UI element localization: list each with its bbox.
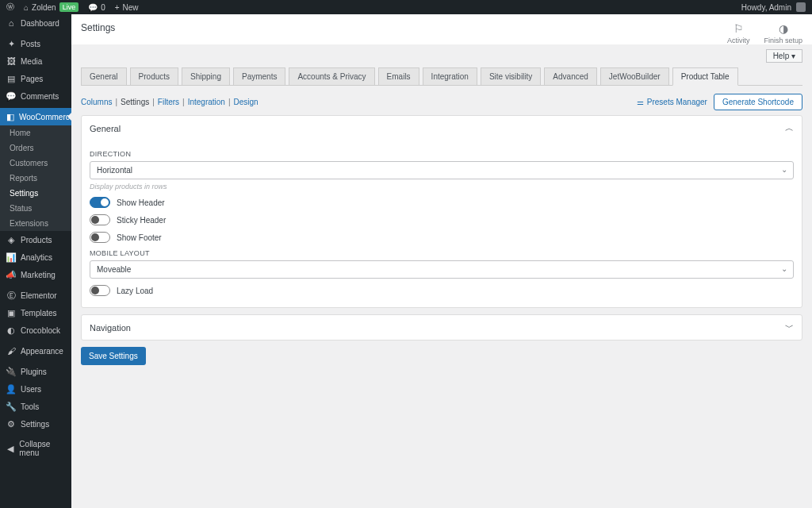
- menu-icon: ▤: [6, 74, 16, 83]
- sidebar-item-label: Collapse menu: [19, 440, 65, 457]
- sidebar-item-products[interactable]: ◈Products: [0, 231, 71, 248]
- mobile-layout-select[interactable]: Moveable: [90, 260, 794, 279]
- submenu-item-settings[interactable]: Settings: [0, 186, 71, 201]
- submenu-item-home[interactable]: Home: [0, 125, 71, 140]
- submenu-item-status[interactable]: Status: [0, 201, 71, 216]
- tab-product-table[interactable]: Product Table: [672, 67, 738, 86]
- navigation-panel-title: Navigation: [90, 323, 131, 333]
- tab-products[interactable]: Products: [130, 67, 178, 85]
- menu-icon: 📣: [6, 270, 16, 279]
- howdy-text: Howdy, Admin: [741, 3, 791, 12]
- sidebar-item-crocoblock[interactable]: ◐Crocoblock: [0, 321, 71, 339]
- wp-logo[interactable]: ⓦ: [6, 2, 14, 13]
- menu-icon: 📊: [6, 252, 16, 262]
- menu-icon: 🔧: [6, 402, 16, 411]
- chevron-down-icon: ﹀: [785, 321, 794, 333]
- activity-button[interactable]: ⚐ Activity: [727, 22, 750, 44]
- submenu-item-reports[interactable]: Reports: [0, 171, 71, 186]
- comments-link[interactable]: 💬 0: [88, 3, 105, 12]
- sidebar-item-settings[interactable]: ⚙Settings: [0, 415, 71, 433]
- sidebar-item-media[interactable]: 🖾Media: [0, 52, 71, 70]
- sidebar-item-label: Dashboard: [21, 19, 59, 28]
- general-panel: General ︿ DIRECTION Horizontal Display p…: [81, 115, 802, 308]
- sidebar-item-label: Comments: [21, 92, 59, 101]
- sliders-icon: ⚌: [637, 98, 644, 106]
- direction-hint: Display products in rows: [90, 183, 794, 190]
- submenu-item-customers[interactable]: Customers: [0, 156, 71, 171]
- navigation-panel: Navigation ﹀: [81, 314, 802, 341]
- sidebar-item-appearance[interactable]: 🖌Appearance: [0, 342, 71, 360]
- sidebar-item-label: Posts: [21, 40, 40, 48]
- menu-icon: ◧: [6, 112, 14, 121]
- general-panel-header[interactable]: General ︿: [82, 116, 802, 140]
- sidebar-item-label: Users: [21, 385, 41, 394]
- finish-setup-button[interactable]: ◑ Finish setup: [764, 22, 802, 44]
- tab-advanced[interactable]: Advanced: [544, 67, 596, 85]
- subtab-design[interactable]: Design: [234, 98, 259, 106]
- subtab-filters[interactable]: Filters: [158, 98, 179, 106]
- subtab-settings[interactable]: Settings: [121, 98, 149, 106]
- show-footer-label: Show Footer: [117, 233, 162, 242]
- show-header-toggle[interactable]: [90, 197, 110, 208]
- lazy-load-label: Lazy Load: [117, 287, 153, 295]
- sidebar-item-templates[interactable]: ▣Templates: [0, 304, 71, 321]
- menu-icon: ◐: [6, 325, 16, 335]
- page-title: Settings: [81, 22, 115, 41]
- live-badge: Live: [59, 2, 79, 12]
- sidebar-item-tools[interactable]: 🔧Tools: [0, 398, 71, 415]
- tab-payments[interactable]: Payments: [233, 67, 285, 85]
- admin-bar-user[interactable]: Howdy, Admin: [741, 2, 806, 12]
- sticky-header-toggle[interactable]: [90, 214, 110, 225]
- tab-jetwoobuilder[interactable]: JetWooBuilder: [600, 67, 669, 85]
- subtab-columns[interactable]: Columns: [81, 98, 112, 106]
- sidebar-item-label: Analytics: [21, 253, 52, 262]
- tab-shipping[interactable]: Shipping: [182, 67, 230, 85]
- sidebar-item-plugins[interactable]: 🔌Plugins: [0, 363, 71, 380]
- submenu-item-extensions[interactable]: Extensions: [0, 216, 71, 231]
- sidebar-item-posts[interactable]: ✦Posts: [0, 35, 71, 52]
- direction-label: DIRECTION: [90, 150, 794, 158]
- tab-integration[interactable]: Integration: [423, 67, 477, 85]
- site-name-link[interactable]: ⌂ Zolden Live: [24, 2, 79, 12]
- navigation-panel-header[interactable]: Navigation ﹀: [82, 315, 802, 340]
- sidebar-item-label: Appearance: [21, 347, 63, 356]
- sidebar-item-analytics[interactable]: 📊Analytics: [0, 248, 71, 266]
- sidebar-item-collapse-menu[interactable]: ◀Collapse menu: [0, 436, 71, 461]
- avatar: [796, 2, 806, 12]
- subtabs: Columns | Settings | Filters | Integrati…: [81, 98, 259, 106]
- menu-icon: 💬: [6, 91, 16, 101]
- help-button[interactable]: Help ▾: [766, 49, 802, 63]
- new-content-link[interactable]: + New: [115, 3, 139, 12]
- save-settings-button[interactable]: Save Settings: [81, 347, 146, 365]
- sidebar-item-pages[interactable]: ▤Pages: [0, 70, 71, 87]
- lazy-load-toggle[interactable]: [90, 285, 110, 296]
- chevron-up-icon: ︿: [785, 122, 794, 134]
- generate-shortcode-button[interactable]: Generate Shortcode: [714, 94, 802, 110]
- direction-select[interactable]: Horizontal: [90, 161, 794, 179]
- sidebar-item-users[interactable]: 👤Users: [0, 380, 71, 398]
- subtab-integration[interactable]: Integration: [188, 98, 225, 106]
- sidebar-item-label: Media: [21, 57, 42, 66]
- sidebar-item-elementor[interactable]: ⒺElementor: [0, 287, 71, 304]
- menu-icon: ◀: [6, 444, 14, 453]
- show-footer-toggle[interactable]: [90, 232, 110, 243]
- sidebar-item-dashboard[interactable]: ⌂Dashboard: [0, 14, 71, 32]
- sidebar-item-comments[interactable]: 💬Comments: [0, 87, 71, 105]
- tab-general[interactable]: General: [81, 67, 127, 85]
- comment-icon: 💬: [88, 3, 98, 12]
- menu-icon: 🖌: [6, 346, 16, 356]
- tab-accounts-privacy[interactable]: Accounts & Privacy: [289, 67, 374, 85]
- presets-manager-button[interactable]: ⚌ Presets Manager: [637, 98, 707, 106]
- plus-icon: +: [115, 3, 120, 12]
- flag-icon: ⚐: [733, 22, 744, 35]
- menu-icon: ✦: [6, 39, 16, 48]
- comments-count: 0: [101, 3, 105, 12]
- tab-emails[interactable]: Emails: [378, 67, 419, 85]
- submenu-item-orders[interactable]: Orders: [0, 140, 71, 156]
- sidebar-item-marketing[interactable]: 📣Marketing: [0, 266, 71, 283]
- sidebar-item-label: Templates: [21, 309, 57, 318]
- sidebar-item-woocommerce[interactable]: ◧WooCommerce: [0, 108, 71, 125]
- menu-icon: 🔌: [6, 367, 16, 376]
- tab-site-visibility[interactable]: Site visibility: [481, 67, 541, 85]
- menu-icon: ⚙: [6, 419, 16, 429]
